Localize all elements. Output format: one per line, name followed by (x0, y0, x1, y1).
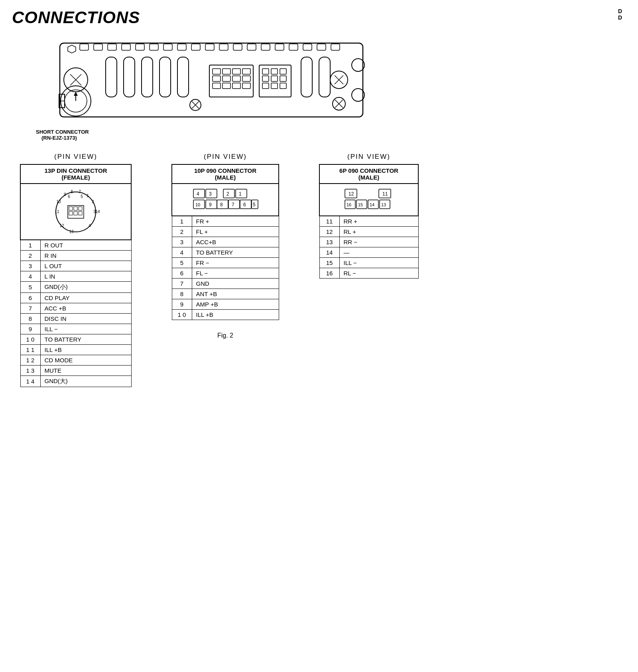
table-row: 5GND(小) (20, 282, 131, 293)
pin-num: 4 (172, 247, 192, 258)
svg-rect-40 (232, 69, 240, 74)
svg-text:2: 2 (226, 191, 229, 197)
fig-label: Fig. 2 (171, 332, 279, 339)
table-row: 4L IN (20, 271, 131, 282)
pin-label: — (339, 247, 418, 258)
pin-num: 7 (20, 303, 40, 314)
svg-text:4: 4 (89, 223, 91, 228)
connector3-block: (PIN VIEW) 6P 090 CONNECTOR (MALE) (319, 153, 419, 279)
pin-num: 5 (20, 282, 40, 293)
table-row: 3L OUT (20, 261, 131, 271)
svg-text:4: 4 (197, 191, 199, 197)
table-row: 2FL + (172, 227, 279, 237)
svg-rect-55 (271, 76, 278, 81)
pin-num: 13 (319, 237, 339, 247)
device-diagram (36, 35, 367, 127)
connector2-table: 10P 090 CONNECTOR (MALE) 4 3 (171, 164, 279, 320)
svg-text:12: 12 (349, 191, 354, 197)
svg-text:14: 14 (95, 210, 100, 214)
table-row: 8ANT +B (172, 289, 279, 299)
svg-rect-19 (331, 44, 340, 50)
svg-rect-18 (317, 44, 326, 50)
table-row: 3ACC+B (172, 237, 279, 247)
table-row: 2R IN (20, 251, 131, 261)
svg-rect-46 (213, 83, 221, 89)
pin-num: 1 2 (20, 355, 40, 366)
table-row: 1 4GND(大) (20, 376, 131, 387)
svg-rect-31 (142, 57, 153, 97)
pin-num: 2 (20, 251, 40, 261)
connector1-pin-view: (PIN VIEW) (20, 153, 132, 161)
svg-rect-77 (74, 211, 77, 215)
svg-rect-2 (94, 44, 102, 50)
pin-label: MUTE (40, 366, 131, 376)
pin-label: TO BATTERY (40, 334, 131, 345)
connector1-table: 13P DIN CONNECTOR (FEMALE) (20, 164, 132, 387)
table-row: 15ILL − (319, 258, 418, 268)
svg-text:8: 8 (220, 202, 223, 208)
svg-rect-7 (163, 44, 172, 50)
table-row: 4TO BATTERY (172, 247, 279, 258)
pin-num: 9 (172, 299, 192, 310)
pin-num: 3 (20, 261, 40, 271)
svg-rect-45 (242, 76, 250, 81)
svg-rect-12 (233, 44, 242, 50)
top-right-note: DD (618, 8, 622, 21)
pin-num: 7 (172, 279, 192, 289)
svg-rect-37 (209, 65, 253, 97)
connectors-area: (PIN VIEW) 13P DIN CONNECTOR (FEMALE) (12, 153, 626, 387)
svg-text:13: 13 (69, 229, 74, 234)
table-row: 6CD PLAY (20, 293, 131, 303)
svg-text:10: 10 (56, 200, 61, 204)
pin-label: TO BATTERY (192, 247, 279, 258)
pin-num: 5 (172, 258, 192, 268)
svg-rect-61 (319, 57, 330, 97)
svg-rect-3 (108, 44, 116, 50)
connector2-pin-view: (PIN VIEW) (171, 153, 279, 161)
svg-rect-48 (232, 83, 240, 89)
svg-text:11: 11 (55, 210, 59, 214)
svg-text:13: 13 (381, 202, 386, 207)
pin-num: 1 (20, 240, 40, 251)
pin-num: 3 (172, 237, 192, 247)
pin-num: 15 (319, 258, 339, 268)
pin-num: 6 (172, 268, 192, 279)
table-row: 1 2CD MODE (20, 355, 131, 366)
pin-label: ANT +B (192, 289, 279, 299)
table-row: 1 0ILL +B (172, 310, 279, 320)
pin-label: RL − (339, 268, 418, 279)
svg-rect-60 (301, 57, 312, 97)
svg-text:5: 5 (81, 194, 83, 199)
svg-rect-73 (69, 207, 73, 210)
svg-marker-26 (74, 92, 78, 96)
pin-label: R IN (40, 251, 131, 261)
connector3-pin-view: (PIN VIEW) (319, 153, 419, 161)
short-connector-part: (RN-EJZ-1373) (41, 135, 626, 141)
short-connector-label: SHORT CONNECTOR (36, 129, 626, 135)
table-row: 14— (319, 247, 418, 258)
svg-text:1: 1 (239, 191, 242, 197)
svg-rect-4 (122, 44, 130, 50)
svg-text:15: 15 (358, 202, 363, 207)
table-row: 9AMP +B (172, 299, 279, 310)
table-row: 16RL − (319, 268, 418, 279)
svg-text:12: 12 (59, 223, 64, 228)
pin-label: RL + (339, 227, 418, 237)
svg-text:2: 2 (92, 200, 94, 204)
svg-text:10: 10 (195, 202, 200, 207)
pin-num: 8 (20, 314, 40, 324)
svg-rect-52 (271, 69, 278, 74)
connector3-pin-diagram: 12 11 16 15 14 13 (341, 187, 397, 211)
svg-rect-16 (289, 44, 298, 50)
pin-label: GND(小) (40, 282, 131, 293)
table-row: 1R OUT (20, 240, 131, 251)
pin-label: R OUT (40, 240, 131, 251)
svg-rect-78 (79, 211, 82, 215)
svg-rect-72 (68, 206, 84, 218)
pin-label: GND(大) (40, 376, 131, 387)
pin-label: FR + (192, 216, 279, 227)
svg-rect-41 (242, 69, 250, 74)
pin-label: ACC +B (40, 303, 131, 314)
svg-text:6: 6 (68, 194, 70, 199)
svg-rect-43 (223, 76, 230, 81)
